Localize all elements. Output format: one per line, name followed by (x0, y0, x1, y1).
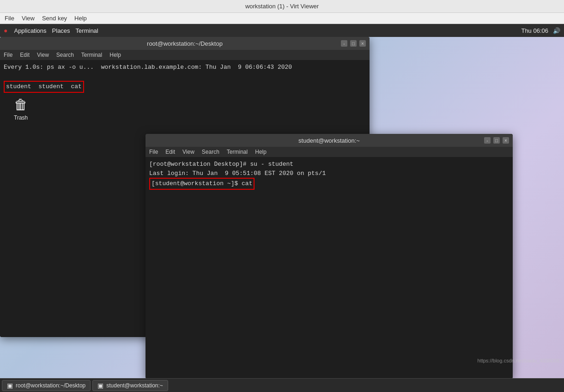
gnome-clock: Thu 06:06 (521, 27, 548, 34)
gnome-panel: ● Applications Places Terminal Thu 06:06… (0, 24, 564, 37)
gnome-panel-right: Thu 06:06 🔊 (521, 27, 560, 34)
student-terminal-controls: - □ × (484, 137, 509, 144)
root-highlighted-process: student student cat (4, 81, 84, 93)
student-terminal-titlebar[interactable]: student@workstation:~ - □ × (146, 134, 513, 147)
gnome-applications[interactable]: Applications (14, 27, 46, 34)
virt-menu-sendkey[interactable]: Send key (42, 15, 67, 22)
taskbar: ▣ root@workstation:~/Desktop ▣ student@w… (0, 378, 564, 392)
taskbar-item-root[interactable]: ▣ root@workstation:~/Desktop (2, 380, 91, 391)
student-menu-terminal[interactable]: Terminal (227, 149, 248, 155)
trash-desktop-icon[interactable]: 🗑 Trash (14, 97, 28, 121)
root-menu-help[interactable]: Help (109, 52, 121, 58)
desktop: root@workstation:~/Desktop - □ × File Ed… (0, 37, 564, 378)
student-line-2: Last login: Thu Jan 9 05:51:08 EST 2020 … (149, 169, 509, 178)
virt-menu-view[interactable]: View (22, 15, 35, 22)
student-terminal-menubar: File Edit View Search Terminal Help (146, 147, 513, 157)
root-terminal-titlebar[interactable]: root@workstation:~/Desktop - □ × (0, 37, 370, 50)
root-maximize-button[interactable]: □ (350, 40, 357, 47)
student-line-3: [student@workstation ~]$ cat (149, 178, 509, 190)
taskbar-student-label: student@workstation:~ (106, 382, 163, 389)
virt-menu-help[interactable]: Help (74, 15, 87, 22)
root-menu-edit[interactable]: Edit (20, 52, 30, 58)
student-minimize-button[interactable]: - (484, 137, 491, 144)
student-menu-edit[interactable]: Edit (165, 149, 175, 155)
root-terminal-title: root@workstation:~/Desktop (4, 40, 366, 47)
student-maximize-button[interactable]: □ (493, 137, 500, 144)
root-close-button[interactable]: × (359, 40, 366, 47)
gnome-terminal[interactable]: Terminal (76, 27, 98, 34)
virt-viewer-titlebar: workstation (1) - Virt Viewer (0, 0, 564, 13)
student-terminal-content[interactable]: [root@workstation Desktop]# su - student… (146, 157, 513, 378)
student-highlighted-command: [student@workstation ~]$ cat (149, 178, 255, 190)
student-close-button[interactable]: × (503, 137, 509, 144)
student-terminal-title: student@workstation:~ (149, 137, 509, 144)
root-menu-file[interactable]: File (4, 52, 12, 58)
volume-icon[interactable]: 🔊 (553, 27, 560, 34)
gnome-panel-left: ● Applications Places Terminal (4, 27, 98, 34)
student-menu-search[interactable]: Search (202, 149, 219, 155)
virt-viewer-title: workstation (1) - Virt Viewer (245, 3, 319, 10)
root-line-1: Every 1.0s: ps ax -o u... workstation.la… (4, 63, 366, 72)
student-menu-view[interactable]: View (182, 149, 194, 155)
trash-label: Trash (14, 115, 28, 121)
root-menu-view[interactable]: View (37, 52, 49, 58)
student-menu-help[interactable]: Help (255, 149, 267, 155)
taskbar-student-icon: ▣ (97, 382, 103, 389)
root-menu-search[interactable]: Search (56, 52, 74, 58)
root-terminal-controls: - □ × (341, 40, 366, 47)
gnome-places[interactable]: Places (52, 27, 70, 34)
taskbar-root-icon: ▣ (7, 382, 13, 389)
student-terminal-window: student@workstation:~ - □ × File Edit Vi… (146, 134, 513, 378)
student-menu-file[interactable]: File (149, 149, 158, 155)
student-line-1: [root@workstation Desktop]# su - student (149, 160, 509, 169)
root-line-2 (4, 72, 366, 81)
taskbar-root-label: root@workstation:~/Desktop (16, 382, 85, 389)
root-line-3: student student cat (4, 81, 366, 93)
gnome-logo-icon: ● (4, 27, 7, 34)
watermark: https://blog.csdn.net/baidu_40380082 (478, 358, 562, 363)
root-menu-terminal[interactable]: Terminal (81, 52, 102, 58)
root-terminal-menubar: File Edit View Search Terminal Help (0, 50, 370, 60)
virt-menu-file[interactable]: File (5, 15, 14, 22)
root-minimize-button[interactable]: - (341, 40, 347, 47)
virt-viewer-menubar: File View Send key Help (0, 13, 564, 24)
taskbar-item-student[interactable]: ▣ student@workstation:~ (92, 380, 168, 391)
trash-icon: 🗑 (14, 97, 28, 113)
